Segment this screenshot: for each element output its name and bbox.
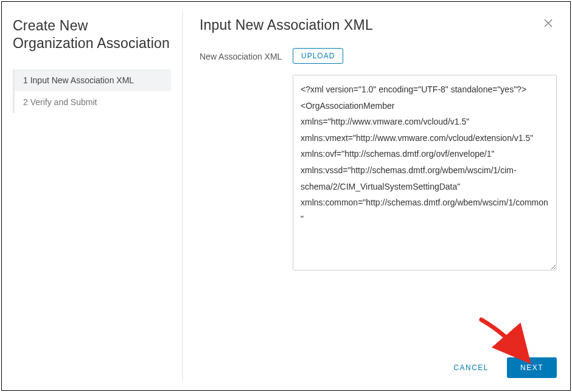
wizard-steps: 1 Input New Association XML 2 Verify and… xyxy=(13,69,171,113)
step-number: 2 xyxy=(23,97,28,107)
wizard-sidebar: Create New Organization Association 1 In… xyxy=(2,2,182,390)
cancel-button[interactable]: CANCEL xyxy=(444,357,498,378)
xml-field-content: UPLOAD xyxy=(293,48,557,270)
wizard-title: Create New Organization Association xyxy=(13,17,171,52)
xml-field-row: New Association XML UPLOAD xyxy=(200,48,557,270)
xml-textarea[interactable] xyxy=(293,75,557,270)
panel-title: Input New Association XML xyxy=(200,17,373,33)
create-org-association-dialog: Create New Organization Association 1 In… xyxy=(1,1,571,391)
main-header: Input New Association XML xyxy=(200,17,557,48)
xml-field-label: New Association XML xyxy=(200,48,293,61)
wizard-main-panel: Input New Association XML New Associatio… xyxy=(183,2,570,390)
next-button[interactable]: NEXT xyxy=(507,357,557,378)
step-verify-submit[interactable]: 2 Verify and Submit xyxy=(15,91,171,113)
step-input-xml[interactable]: 1 Input New Association XML xyxy=(15,69,171,91)
wizard-footer: CANCEL NEXT xyxy=(200,345,557,378)
step-label: Verify and Submit xyxy=(30,97,97,107)
step-number: 1 xyxy=(23,75,28,85)
step-label: Input New Association XML xyxy=(30,75,134,85)
upload-button[interactable]: UPLOAD xyxy=(293,48,343,64)
close-icon[interactable] xyxy=(540,17,557,31)
